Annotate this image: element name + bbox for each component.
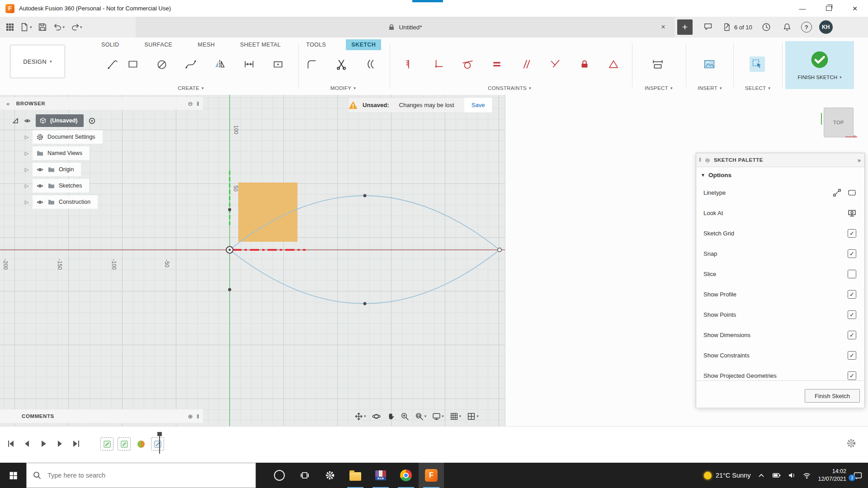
save-button[interactable] [36,20,49,34]
hidden-icons-chevron[interactable] [757,472,765,479]
finish-sketch-button[interactable]: FINISH SKETCH▾ [785,41,854,89]
tab-mesh[interactable]: MESH [192,39,220,50]
expand-arrow-icon[interactable]: ▷ [24,134,30,140]
undo-button[interactable]: ▾ [51,20,67,34]
file-explorer-button[interactable] [343,463,368,488]
tangent-constraint[interactable] [458,54,478,75]
panel-grip-icon[interactable]: ‖ [699,157,701,163]
view-cube[interactable]: TOP [824,108,854,137]
help-button[interactable]: ? [801,22,812,33]
zoom-window-button[interactable]: ▾ [414,411,428,422]
weather-widget[interactable]: 21°C Sunny [704,472,751,479]
fix-constraint[interactable] [575,54,594,75]
show-constraints-checkbox[interactable]: ✓ [848,351,856,360]
rectangle-tool[interactable] [123,54,143,75]
timeline-sketch-feature[interactable] [151,437,164,450]
battery-icon[interactable] [772,471,781,479]
panel-minimize-icon[interactable]: ⊖ [188,100,193,107]
look-at-icon[interactable] [848,209,856,217]
axis-point-upper[interactable] [228,208,231,211]
timeline-body-feature[interactable] [135,438,147,450]
collapse-right-icon[interactable]: » [858,157,860,164]
endpoint-right[interactable] [498,248,501,252]
show-profile-checkbox[interactable]: ✓ [848,290,856,299]
browser-root-row[interactable]: (Unsaved) [12,114,96,127]
clock-widget[interactable]: 14:02 12/07/2021 [818,468,846,483]
sketch-grid-checkbox[interactable]: ✓ [848,229,856,238]
slice-checkbox[interactable] [848,270,856,278]
eye-icon[interactable] [36,166,44,174]
expand-arrow-icon[interactable]: ▷ [24,183,30,189]
history-button[interactable] [760,20,773,34]
tab-tools[interactable]: TOOLS [301,39,331,50]
timeline-sketch-feature[interactable] [100,437,113,450]
panel-grip-icon[interactable]: ‖ [197,100,199,107]
line-tool[interactable] [103,54,123,75]
selection-region[interactable] [238,183,297,242]
task-view-button[interactable] [292,463,317,488]
user-avatar[interactable]: KH [819,20,833,34]
panel-grip-icon[interactable]: ‖ [197,413,199,420]
zoom-button[interactable] [400,411,410,422]
cortana-button[interactable] [267,463,292,488]
browser-row-sketches[interactable]: ▷ Sketches [24,179,89,192]
sketch-dimension-tool[interactable] [239,54,259,75]
inspect-group-label[interactable]: INSPECT▾ [636,84,681,92]
parallel-constraint[interactable] [516,54,536,75]
chrome-button[interactable] [393,463,419,488]
play-button[interactable] [38,438,49,449]
taskbar-search[interactable] [26,463,256,488]
eye-icon[interactable] [36,198,44,206]
maximize-button[interactable] [816,0,842,17]
panel-minimize-icon[interactable]: ⊖ [705,157,710,164]
timeline-sketch-feature[interactable] [118,437,131,450]
start-button[interactable] [0,463,26,488]
axis-point-lower[interactable] [228,288,231,291]
file-menu-button[interactable]: ▾ [18,20,34,34]
offset-tool[interactable] [361,54,381,75]
measure-tool[interactable] [648,54,668,75]
model-canvas[interactable]: 100 50 -200 -150 -100 -50 « BROWSER ⊖ ‖ … [0,95,868,426]
sketch-geometry[interactable] [0,95,505,426]
volume-icon[interactable] [788,472,796,479]
workspace-selector[interactable]: DESIGN ▾ [10,45,65,78]
redo-button[interactable]: ▾ [68,20,84,34]
eye-icon[interactable] [36,182,44,190]
search-input[interactable] [47,471,220,479]
centerline-icon[interactable] [848,188,856,197]
browser-row-origin[interactable]: ▷ Origin [24,163,81,176]
construction-line-icon[interactable] [833,188,841,197]
hand-button[interactable] [386,411,396,421]
eye-icon[interactable] [24,117,31,125]
settings-app-button[interactable] [317,463,343,488]
timeline-settings-button[interactable] [846,438,856,448]
activate-target-icon[interactable] [88,117,96,125]
new-tab-button[interactable]: + [677,19,693,35]
close-button[interactable]: × [842,0,868,17]
grid-settings-button[interactable]: ▾ [449,411,462,422]
display-settings-button[interactable]: ▾ [431,411,445,422]
pan-button[interactable]: ▾ [354,411,367,422]
expand-arrow-icon[interactable]: ▷ [24,150,30,156]
constraints-group-label[interactable]: CONSTRAINTS▾ [478,84,541,92]
trim-tool[interactable] [331,54,351,75]
create-group-label[interactable]: CREATE▾ [170,84,211,92]
viewports-button[interactable]: ▾ [466,411,480,422]
perpendicular-constraint[interactable] [545,54,565,75]
equal-constraint[interactable] [487,54,507,75]
browser-panel-header[interactable]: « BROWSER ⊖ ‖ [0,97,203,110]
browser-row-named-views[interactable]: ▷ Named Views [24,146,90,160]
action-center-button[interactable]: 3 [853,471,863,480]
save-link[interactable]: Save [464,98,492,113]
show-dimensions-checkbox[interactable]: ✓ [848,331,856,339]
collapse-panel-icon[interactable]: « [6,100,10,107]
tab-close-button[interactable]: × [658,22,668,32]
modify-group-label[interactable]: MODIFY▾ [321,84,366,92]
sketch-palette-header[interactable]: ‖ ⊖ SKETCH PALETTE » [696,153,864,167]
browser-row-document-settings[interactable]: ▷ Document Settings [24,130,103,144]
root-document[interactable]: (Unsaved) [36,114,84,127]
app-grid-button[interactable] [4,21,16,33]
spline-point-top[interactable] [363,194,367,197]
horizontal-vertical-constraint[interactable] [400,54,420,75]
coincident-constraint[interactable] [429,54,448,75]
